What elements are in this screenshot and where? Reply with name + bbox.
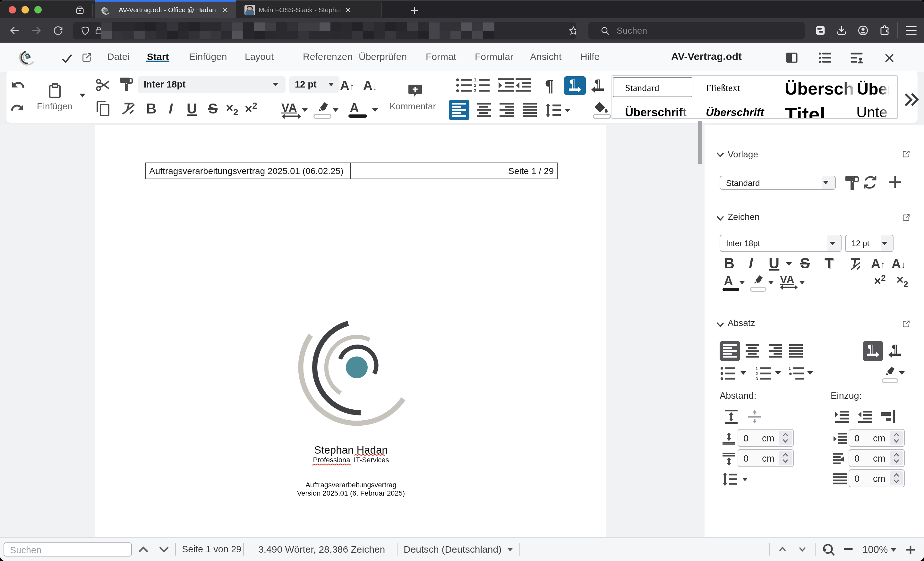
- svg-text:¶: ¶: [867, 343, 873, 355]
- svg-text:3: 3: [474, 88, 476, 93]
- svg-text:1: 1: [756, 367, 758, 371]
- svg-text:2: 2: [756, 371, 758, 376]
- svg-text:¶: ¶: [569, 78, 575, 90]
- svg-text:2: 2: [474, 83, 476, 88]
- svg-text:¶: ¶: [594, 78, 601, 90]
- svg-text:3: 3: [756, 376, 758, 380]
- svg-text:¶: ¶: [892, 343, 898, 355]
- svg-text:1: 1: [789, 367, 791, 370]
- svg-text:1: 1: [474, 78, 476, 82]
